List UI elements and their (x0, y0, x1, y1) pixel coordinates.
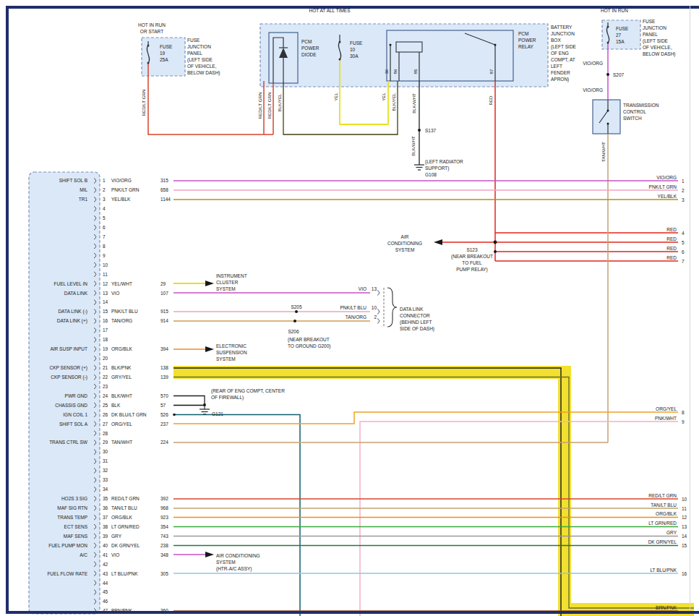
hot-in-run-or-start-label: OR START (140, 29, 163, 34)
relay-contact-87 (494, 44, 497, 46)
s123-label: S123 (466, 247, 478, 252)
dlc-pin-label: 2 (374, 315, 377, 320)
pin-circuit-number: 658 (160, 187, 168, 192)
instrument-cluster-label: SYSTEM (216, 286, 236, 291)
fuse-junction-panel-right-label: FUSE (643, 19, 656, 24)
right-edge-pin-number: 13 (682, 524, 687, 529)
pin-number: 34 (103, 487, 108, 492)
right-edge-pin-number: 16 (682, 571, 687, 576)
air-conditioning-system-label: SYSTEM (395, 247, 415, 252)
fuse-junction-panel-left-label: (LEFT SIDE (187, 57, 213, 63)
vio-org-upper-label: VIO/ORG (583, 61, 603, 66)
pin-number: 17 (103, 328, 108, 333)
pin-wire-color: VIO/ORG (111, 178, 132, 183)
g121-note: OF FIREWALL) (211, 395, 244, 401)
fuse27-label: FUSE (616, 26, 629, 31)
fuse27-label: 15A (616, 39, 625, 44)
transmission-control-switch-label: TRANSMISSION (623, 103, 659, 108)
pin-circuit-number: 394 (160, 346, 168, 351)
right-edge-wire-label: TAN/LT BLU (651, 502, 677, 508)
pin-circuit-number: 224 (160, 440, 168, 445)
fuse-junction-panel-left-label: JUNCTION (187, 44, 211, 49)
battery-junction-box-label: (LEFT SIDE (551, 44, 577, 50)
air-conditioning-system-label: CONDITIONING (387, 241, 422, 246)
pin-number: 31 (103, 458, 108, 463)
pin-number: 37 (103, 515, 108, 520)
hot-at-all-times-label: HOT AT ALL TIMES (309, 8, 351, 13)
pin-number: 26 (103, 412, 108, 417)
fuse-junction-panel-left-label: PANEL (187, 51, 202, 56)
fuse19-label: FUSE (160, 44, 173, 49)
battery-junction-box-label: COMPT, AT (551, 57, 575, 62)
pin-signal-name: PWR GND (65, 393, 88, 398)
dlc-pin-label: VIO (359, 286, 366, 291)
s205-splice (295, 310, 298, 313)
pin-wire-color: YEL/BLK (111, 197, 131, 202)
g108-label: (LEFT RADIATOR (425, 159, 463, 165)
right-edge-pin-number: 12 (682, 515, 687, 520)
pin-number: 24 (103, 393, 108, 398)
s207-splice (606, 73, 609, 76)
pin-circuit-number: 107 (160, 291, 168, 296)
vertical-wire-label: RED (488, 95, 493, 106)
fuse-junction-panel-right-label: JUNCTION (643, 25, 666, 30)
window-frame-left (6, 6, 9, 614)
pin-signal-name: FUEL FLOW RATE (47, 571, 87, 576)
vertical-wire-label: BLK/YEL (391, 93, 396, 111)
battery-junction-box-label: APRON) (551, 77, 569, 82)
air-conditioning-htr-label: (HTR-A/C ASSY) (216, 566, 252, 572)
pin-number: 12 (103, 281, 108, 286)
dlc-pin-label: 10 (372, 305, 377, 310)
transmission-control-switch-label: SWITCH (623, 116, 642, 121)
vertical-wire-label: YEL (381, 93, 386, 101)
right-edge-wire-label: GRY (666, 530, 677, 535)
electronic-suspension-label: SYSTEM (216, 356, 236, 362)
right-edge-wire-label: RED (666, 246, 677, 251)
pin-circuit-number: 1144 (160, 197, 171, 202)
pin-signal-name: TRANS TEMP (57, 515, 87, 520)
s137-label: S137 (425, 128, 437, 133)
pin-wire-color: TAN/WHT (111, 440, 132, 445)
right-edge-pin-number: 8 (682, 410, 685, 415)
right-edge-wire-label: RED/LT GRN (648, 493, 677, 498)
pcm-power-diode-label: POWER (301, 46, 320, 51)
data-link-connector-label: DATA LINK (400, 307, 424, 312)
pin-signal-name: MIL (80, 187, 87, 192)
vertical-wire-label: YEL (333, 93, 338, 101)
pin-signal-name: DATA LINK (64, 291, 88, 296)
right-edge-pin-number: 9 (682, 419, 685, 424)
pin-wire-color: GRY/YEL (111, 375, 132, 380)
g121-junction (203, 403, 206, 406)
right-edge-wire-label: YEL/BLK (658, 194, 677, 199)
pin-number: 2 (103, 187, 106, 192)
data-link-connector-label: (BEHIND LEFT (400, 320, 432, 325)
pin-circuit-number: 743 (160, 534, 168, 539)
pin-number: 3 (103, 197, 106, 202)
pin-number: 39 (103, 534, 108, 539)
pin-signal-name: HO2S 3 SIG (61, 496, 87, 501)
pin-wire-color: ORG/BLK (111, 515, 133, 520)
vio-org-lower-label: VIO/ORG (583, 87, 603, 93)
pin-circuit-number: 238 (160, 543, 168, 548)
window-frame-top (6, 6, 699, 9)
pin-circuit-number: 392 (160, 496, 168, 501)
wiring-diagram-canvas: VIO13PNK/LT BLU10TAN/ORG21VIO/ORG315SHIF… (0, 0, 699, 616)
pin-number: 6 (103, 225, 106, 230)
dlc-pin-label: PNK/LT BLU (340, 305, 366, 310)
pin-wire-color: PNK/LT GRN (111, 187, 140, 192)
instrument-cluster-label: INSTRUMENT (216, 273, 247, 278)
pin-circuit-number: 526 (160, 412, 168, 417)
pin-number: 41 (103, 552, 108, 557)
right-edge-wire-label: RED (666, 236, 677, 241)
right-edge-pin-number: 14 (682, 534, 687, 539)
vertical-wire-label: BLK/WHT (411, 93, 416, 114)
s205-label: S205 (291, 304, 302, 309)
pin-signal-name: TR1 (79, 197, 88, 202)
pin-signal-name: DATA LINK (+) (57, 318, 87, 324)
pin-wire-color: BLK/PNK (111, 365, 132, 370)
fuse-junction-panel-right-label: (LEFT SIDE (643, 38, 669, 44)
pcm-power-diode-label: DIODE (301, 52, 317, 57)
right-edge-wire-label: BRN/PNK (656, 605, 677, 610)
pin-number: 30 (103, 449, 108, 454)
pin-circuit-number: 348 (160, 552, 168, 557)
